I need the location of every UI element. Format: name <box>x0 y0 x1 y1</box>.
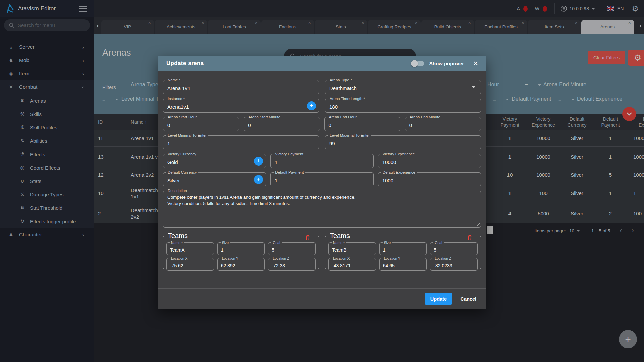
level-minimal-field[interactable]: Level Minimal To Enter 1 <box>163 135 319 149</box>
team-location-z-field[interactable]: Location Z-72.33 <box>268 258 316 271</box>
resize-handle-icon[interactable] <box>476 223 480 226</box>
team-size-field[interactable]: Size1 <box>379 242 427 255</box>
add-instance-button[interactable]: + <box>307 101 316 110</box>
victory-payment-field[interactable]: Victory Payment 1 <box>270 154 373 168</box>
delete-team-button[interactable] <box>303 235 312 241</box>
show-popover-label: Show popover <box>429 61 464 66</box>
team-location-x-field[interactable]: Location X-75.62 <box>166 258 214 271</box>
team-a-group: Teams Name *TeamA Size1 Goal5 Location X… <box>163 232 319 269</box>
level-maximal-field[interactable]: Level Maximal To Enter 99 <box>325 135 481 149</box>
team-name-field[interactable]: Name *TeamA <box>166 242 214 255</box>
instance-field[interactable]: Instance * Arena1v1 + <box>163 99 319 113</box>
team-location-z-field[interactable]: Location Z-82.0233 <box>430 258 478 271</box>
team-location-y-field[interactable]: Location Y62.892 <box>217 258 265 271</box>
modal-header: Update arena Show popover ✕ <box>158 56 486 71</box>
trash-icon <box>467 235 472 241</box>
toggle-knob <box>411 60 418 67</box>
update-arena-modal: Update arena Show popover ✕ Name * Arena… <box>158 56 486 309</box>
close-icon[interactable]: ✕ <box>473 60 478 67</box>
team-location-x-field[interactable]: Location X-43.8171 <box>328 258 376 271</box>
team-location-y-field[interactable]: Location Y64.65 <box>379 258 427 271</box>
victory-currency-field[interactable]: Victory Currency Gold + <box>163 154 266 168</box>
add-default-currency-button[interactable]: + <box>254 175 263 184</box>
modal-body: Name * Arena 1v1 Arena Type * Deathmatch… <box>158 71 486 269</box>
teams-legend: Teams <box>167 232 191 240</box>
team-goal-field[interactable]: Goal5 <box>430 242 478 255</box>
update-button[interactable]: Update <box>425 293 452 305</box>
arena-start-minute-field[interactable]: Arena Start Minute 0 <box>244 117 320 131</box>
add-victory-currency-button[interactable]: + <box>254 157 263 166</box>
cancel-button[interactable]: Cancel <box>460 296 476 302</box>
team-name-field[interactable]: Name *TeamB <box>328 242 376 255</box>
arena-start-hour-field[interactable]: Arena Start Hour 0 <box>163 117 239 131</box>
team-b-group: Teams Name *TeamB Size1 Goal5 Location X… <box>325 232 481 269</box>
team-goal-field[interactable]: Goal5 <box>268 242 316 255</box>
default-payment-field[interactable]: Default Payment 1 <box>270 172 373 186</box>
victory-experience-field[interactable]: Victory Experience 10000 <box>378 154 481 168</box>
teams-legend: Teams <box>329 232 353 240</box>
default-currency-field[interactable]: Default Currency Silver + <box>163 172 266 186</box>
delete-team-button[interactable] <box>465 235 474 241</box>
arena-end-hour-field[interactable]: Arena End Hour 0 <box>324 117 400 131</box>
trash-icon <box>305 235 310 241</box>
show-popover-toggle[interactable] <box>412 61 424 66</box>
teams-section: Teams Name *TeamA Size1 Goal5 Location X… <box>163 232 481 269</box>
arena-type-select[interactable]: Arena Type * Deathmatch <box>325 80 481 94</box>
team-size-field[interactable]: Size1 <box>217 242 265 255</box>
modal-title: Update arena <box>166 60 204 67</box>
arena-time-length-field[interactable]: Arena Time Length * 180 <box>325 99 481 113</box>
default-experience-field[interactable]: Default Experience 1000 <box>378 172 481 186</box>
chevron-down-icon <box>472 86 475 88</box>
screen: Atavism Editor A: W: 10.0.0.98 <box>0 0 644 362</box>
modal-footer: Update Cancel <box>158 288 486 309</box>
arena-end-minute-field[interactable]: Arena End Minute 0 <box>405 117 481 131</box>
modal-header-controls: Show popover ✕ <box>412 60 478 67</box>
name-field[interactable]: Name * Arena 1v1 <box>163 80 319 94</box>
description-textarea[interactable]: Description Compete other players in 1vs… <box>163 191 481 228</box>
